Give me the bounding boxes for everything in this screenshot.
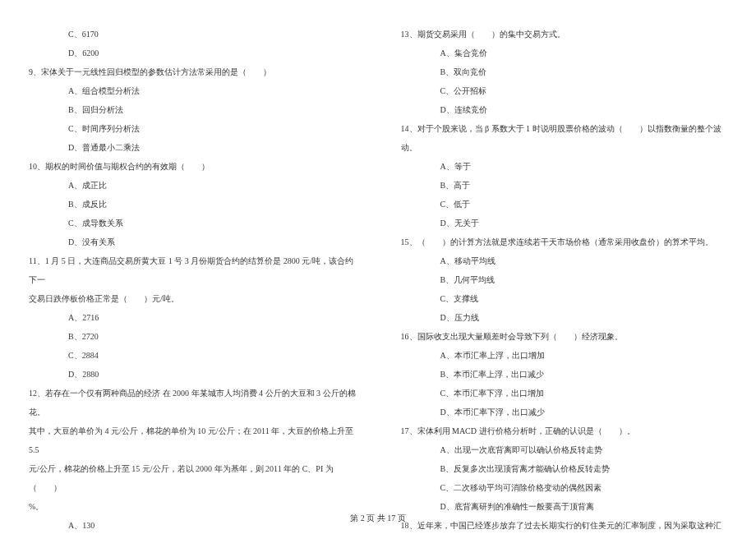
question-13: 13、期货交易采用（ ）的集中交易方式。 bbox=[401, 25, 728, 44]
q8-option-d: D、6200 bbox=[29, 44, 356, 62]
q16-option-b: B、本币汇率上浮，出口减少 bbox=[401, 365, 728, 384]
q16-option-a: A、本币汇率上浮，出口增加 bbox=[401, 346, 728, 365]
left-column: C、6170 D、6200 9、宋体关于一元线性回归模型的参数估计方法常采用的是… bbox=[29, 25, 356, 501]
question-17: 17、宋体利用 MACD 进行价格分析时，正确的认识是（ ）。 bbox=[401, 421, 728, 440]
q13-option-c: C、公开招标 bbox=[401, 81, 728, 100]
q13-option-b: B、双向竞价 bbox=[401, 62, 728, 81]
q16-option-c: C、本币汇率下浮，出口增加 bbox=[401, 384, 728, 403]
q10-option-c: C、成导数关系 bbox=[29, 214, 356, 232]
q15-option-c: C、支撑线 bbox=[401, 289, 728, 308]
q9-option-b: B、回归分析法 bbox=[29, 100, 356, 119]
question-14: 14、对于个股来说，当 β 系数大于 1 时说明股票价格的波动（ ）以指数衡量的… bbox=[401, 119, 728, 157]
q10-option-a: A、成正比 bbox=[29, 176, 356, 195]
q9-option-a: A、组合模型分析法 bbox=[29, 81, 356, 100]
q10-option-d: D、没有关系 bbox=[29, 232, 356, 251]
q14-option-d: D、无关于 bbox=[401, 214, 728, 232]
question-11-cont: 交易日跌停板价格正常是（ ）元/吨。 bbox=[29, 289, 356, 308]
q9-option-c: C、时间序列分析法 bbox=[29, 119, 356, 138]
q14-option-a: A、等于 bbox=[401, 157, 728, 176]
question-11: 11、1 月 5 日，大连商品交易所黄大豆 1 号 3 月份期货合约的结算价是 … bbox=[29, 251, 356, 289]
q15-option-a: A、移动平均线 bbox=[401, 251, 728, 270]
right-column: 13、期货交易采用（ ）的集中交易方式。 A、集合竞价 B、双向竞价 C、公开招… bbox=[401, 25, 728, 501]
q16-option-d: D、本币汇率下浮，出口减少 bbox=[401, 403, 728, 421]
q15-option-b: B、几何平均线 bbox=[401, 270, 728, 289]
q11-option-c: C、2884 bbox=[29, 346, 356, 365]
q14-option-c: C、低于 bbox=[401, 195, 728, 214]
q17-option-c: C、二次移动平均可消除价格变动的偶然因素 bbox=[401, 478, 728, 497]
question-12-cont1: 其中，大豆的单价为 4 元/公斤，棉花的单价为 10 元/公斤；在 2011 年… bbox=[29, 421, 356, 459]
q10-option-b: B、成反比 bbox=[29, 195, 356, 214]
q13-option-d: D、连续竞价 bbox=[401, 100, 728, 119]
q17-option-b: B、反复多次出现顶背离才能确认价格反转走势 bbox=[401, 459, 728, 478]
question-15: 15、（ ）的计算方法就是求连续若干天市场价格（通常采用收盘价）的算术平均。 bbox=[401, 232, 728, 251]
page-footer: 第 2 页 共 17 页 bbox=[0, 513, 756, 524]
q14-option-b: B、高于 bbox=[401, 176, 728, 195]
question-10: 10、期权的时间价值与期权合约的有效期（ ） bbox=[29, 157, 356, 176]
question-12-cont2: 元/公斤，棉花的价格上升至 15 元/公斤，若以 2000 年为基年，则 201… bbox=[29, 459, 356, 497]
question-9: 9、宋体关于一元线性回归模型的参数估计方法常采用的是（ ） bbox=[29, 62, 356, 81]
question-16: 16、国际收支出现大量顺差时会导致下列（ ）经济现象。 bbox=[401, 327, 728, 346]
q8-option-c: C、6170 bbox=[29, 25, 356, 44]
q11-option-d: D、2880 bbox=[29, 365, 356, 384]
question-12: 12、若存在一个仅有两种商品的经济 在 2000 年某城市人均消费 4 公斤的大… bbox=[29, 384, 356, 421]
q15-option-d: D、压力线 bbox=[401, 308, 728, 327]
q17-option-a: A、出现一次底背离即可以确认价格反转走势 bbox=[401, 440, 728, 459]
q11-option-a: A、2716 bbox=[29, 308, 356, 327]
q13-option-a: A、集合竞价 bbox=[401, 44, 728, 62]
q11-option-b: B、2720 bbox=[29, 327, 356, 346]
q9-option-d: D、普通最小二乘法 bbox=[29, 138, 356, 157]
